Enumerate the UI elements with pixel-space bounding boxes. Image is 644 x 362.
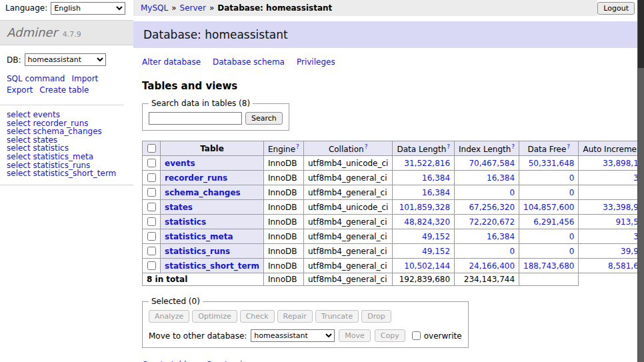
row-checkbox[interactable] xyxy=(147,217,156,226)
logout-button[interactable]: Logout xyxy=(597,2,635,15)
table-link-events[interactable]: events xyxy=(165,159,195,168)
table-name-cell: schema_changes xyxy=(161,185,264,200)
table-name-cell: states xyxy=(161,200,264,215)
index-length-cell: 70,467,584 xyxy=(455,156,519,171)
db-select[interactable]: homeassistant xyxy=(25,53,106,66)
drop-button[interactable]: Drop xyxy=(361,310,391,323)
column-header-label: Table xyxy=(200,144,224,153)
total-data-free-cell xyxy=(519,273,579,286)
overwrite-checkbox[interactable] xyxy=(412,331,421,340)
column-header-index-length: Index Length? xyxy=(455,141,519,156)
column-header-label: Engine xyxy=(268,145,295,154)
total-index-length-cell: 234,143,744 xyxy=(455,273,519,286)
row-checkbox[interactable] xyxy=(147,188,156,197)
index-length-cell: 0 xyxy=(455,185,519,200)
data-length-cell: 10,502,144 xyxy=(393,259,455,273)
analyze-button[interactable]: Analyze xyxy=(149,310,189,323)
table-link-schema-changes[interactable]: schema_changes xyxy=(165,188,241,197)
sidebar-link-import[interactable]: Import xyxy=(71,74,98,83)
table-row: statistics_metaInnoDButf8mb4_general_ci4… xyxy=(143,229,644,244)
table-row: statistics_short_termInnoDButf8mb4_gener… xyxy=(143,259,644,273)
move-db-select[interactable]: homeassistant xyxy=(251,329,335,342)
adminer-page: Language: English MySQL » Server » Datab… xyxy=(0,0,644,362)
truncate-button[interactable]: Truncate xyxy=(315,310,359,323)
help-link[interactable]: ? xyxy=(365,143,368,150)
column-header-engine: Engine? xyxy=(263,141,303,156)
table-link-statistics-short-term[interactable]: statistics_short_term xyxy=(165,261,259,271)
data-free-cell: 0 xyxy=(519,244,579,259)
collation-cell: utf8mb4_unicode_ci xyxy=(303,156,393,171)
copy-button[interactable]: Copy xyxy=(375,329,405,342)
sidebar-item-select-statistics-meta[interactable]: select statistics_meta xyxy=(7,153,127,161)
move-label: Move to other database: xyxy=(149,331,247,341)
search-input[interactable] xyxy=(149,112,242,125)
table-link-statistics-meta[interactable]: statistics_meta xyxy=(165,232,233,241)
breadcrumb-server-link[interactable]: Server xyxy=(180,3,206,13)
row-checkbox[interactable] xyxy=(147,261,156,270)
sidebar-link-sql-command[interactable]: SQL command xyxy=(7,74,65,83)
data-length-cell: 16,384 xyxy=(393,185,455,200)
db-label: DB: xyxy=(7,55,21,65)
move-button[interactable]: Move xyxy=(339,329,371,342)
help-link[interactable]: ? xyxy=(511,143,515,150)
db-selector-row: DB: homeassistant xyxy=(0,45,133,67)
nav-link-alter-database[interactable]: Alter database xyxy=(142,57,201,67)
breadcrumb-separator: » xyxy=(171,3,176,13)
table-row: schema_changesInnoDButf8mb4_general_ci16… xyxy=(143,185,644,200)
language-area: Language: English xyxy=(0,2,133,15)
help-link[interactable]: ? xyxy=(296,143,299,150)
help-link[interactable]: ? xyxy=(567,143,570,150)
table-row: statistics_runsInnoDButf8mb4_general_ci4… xyxy=(143,244,644,259)
row-select-cell xyxy=(143,244,161,259)
row-checkbox[interactable] xyxy=(147,159,156,167)
nav-link-database-schema[interactable]: Database schema xyxy=(213,57,285,67)
data-free-cell: 0 xyxy=(519,229,579,244)
table-row: eventsInnoDButf8mb4_unicode_ci31,522,816… xyxy=(143,156,644,171)
db-nav-links: Alter databaseDatabase schemaPrivileges xyxy=(142,57,644,67)
engine-cell: InnoDB xyxy=(263,229,303,244)
row-checkbox[interactable] xyxy=(147,203,156,211)
main-content: Database: homeassistant Alter databaseDa… xyxy=(133,16,644,362)
scrollbar-thumb[interactable] xyxy=(638,0,644,68)
repair-button[interactable]: Repair xyxy=(277,310,313,323)
collation-cell: utf8mb4_general_ci xyxy=(303,244,393,259)
vertical-scrollbar[interactable] xyxy=(637,0,644,362)
sidebar-table-list: select eventsselect recorder_runsselect … xyxy=(0,105,133,185)
language-select[interactable]: English xyxy=(51,2,125,15)
select-all-checkbox[interactable] xyxy=(147,144,156,153)
auto-increment-cell: 33,898,196 xyxy=(579,156,644,171)
move-row: Move to other database: homeassistant Mo… xyxy=(149,329,462,342)
row-checkbox[interactable] xyxy=(147,247,156,255)
engine-cell: InnoDB xyxy=(263,215,303,229)
column-header-table: Table xyxy=(161,141,264,156)
total-data-length-cell: 192,839,680 xyxy=(393,273,455,286)
sidebar-item-select-events[interactable]: select events xyxy=(7,111,127,119)
table-link-statistics[interactable]: statistics xyxy=(165,217,206,227)
search-button[interactable]: Search xyxy=(245,112,283,125)
tables-body: eventsInnoDButf8mb4_unicode_ci31,522,816… xyxy=(143,156,644,286)
sidebar-item-select-schema-changes[interactable]: select schema_changes xyxy=(7,127,127,136)
check-button[interactable]: Check xyxy=(240,310,275,323)
collation-cell: utf8mb4_general_ci xyxy=(303,215,393,229)
engine-cell: InnoDB xyxy=(263,259,303,273)
page-title: Database: homeassistant xyxy=(133,21,644,48)
table-link-recorder-runs[interactable]: recorder_runs xyxy=(165,173,227,183)
table-link-statistics-runs[interactable]: statistics_runs xyxy=(165,247,230,256)
sidebar-link-export[interactable]: Export xyxy=(7,85,33,95)
nav-link-privileges[interactable]: Privileges xyxy=(297,57,335,67)
row-checkbox[interactable] xyxy=(147,173,156,182)
table-link-states[interactable]: states xyxy=(165,203,193,212)
help-link[interactable]: ? xyxy=(447,143,450,150)
optimize-button[interactable]: Optimize xyxy=(192,310,237,323)
row-select-cell xyxy=(143,156,161,171)
tables-header-row: TableEngine?Collation?Data Length?Index … xyxy=(143,141,644,156)
data-free-cell: 0 xyxy=(519,171,579,185)
row-checkbox[interactable] xyxy=(147,232,156,241)
row-select-cell xyxy=(143,229,161,244)
tables-table: TableEngine?Collation?Data Length?Index … xyxy=(142,141,644,286)
breadcrumb-mysql-link[interactable]: MySQL xyxy=(141,3,168,13)
sidebar-link-create-table[interactable]: Create table xyxy=(39,85,89,95)
column-header-label: Data Free xyxy=(527,145,566,154)
auto-increment-cell: 325 xyxy=(579,229,644,244)
sidebar-item-select-statistics-short-term[interactable]: select statistics_short_term xyxy=(7,169,127,178)
